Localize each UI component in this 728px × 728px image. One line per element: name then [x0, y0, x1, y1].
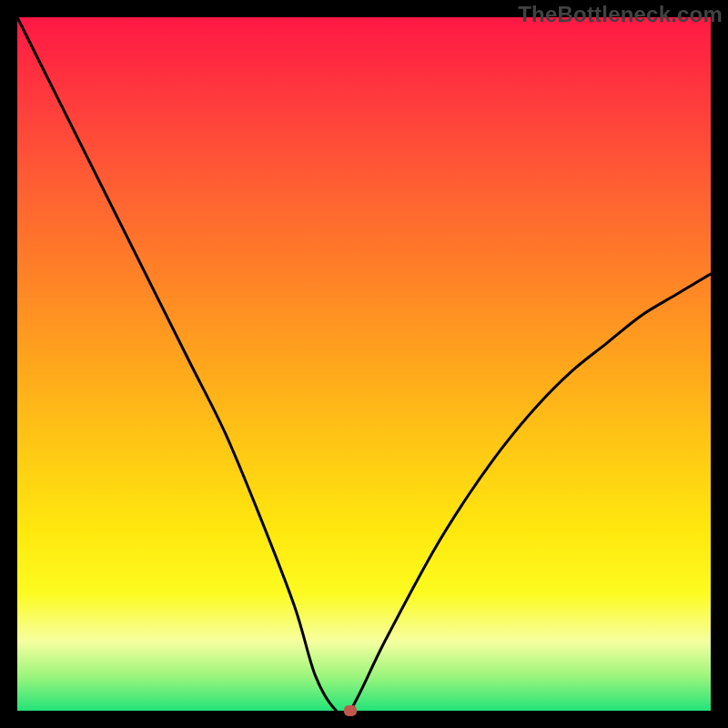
- chart-frame: TheBottleneck.com: [0, 0, 728, 728]
- optimal-point-marker: [344, 705, 357, 716]
- plot-area: [17, 17, 711, 711]
- watermark-text: TheBottleneck.com: [518, 2, 723, 27]
- bottleneck-curve: [17, 17, 711, 711]
